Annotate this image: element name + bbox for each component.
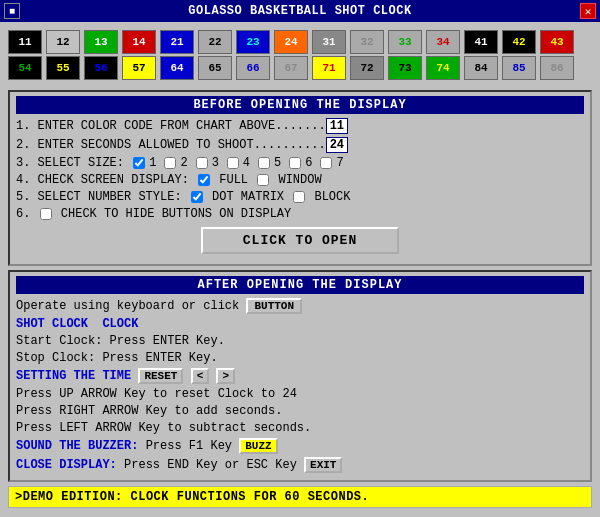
before-section-header: BEFORE OPENING THE DISPLAY [16, 96, 584, 114]
color-cell[interactable]: 56 [84, 56, 118, 80]
color-cell[interactable]: 33 [388, 30, 422, 54]
sound-buzzer-row: SOUND THE BUZZER: Press F1 Key BUZZ [16, 438, 584, 454]
color-cell[interactable]: 22 [198, 30, 232, 54]
window-checkbox[interactable] [257, 174, 269, 186]
line1: 1. ENTER COLOR CODE FROM CHART ABOVE....… [16, 118, 584, 134]
demo-bar: >DEMO EDITION: CLOCK FUNCTIONS FOR 60 SE… [8, 486, 592, 508]
size-checkbox-4[interactable] [227, 157, 239, 169]
color-cell[interactable]: 71 [312, 56, 346, 80]
color-cell[interactable]: 64 [160, 56, 194, 80]
color-cell[interactable]: 57 [122, 56, 156, 80]
color-cell[interactable]: 43 [540, 30, 574, 54]
after-line4: Press UP ARROW Key to reset Clock to 24 [16, 387, 584, 401]
right-arrow-button[interactable]: > [216, 368, 235, 384]
left-arrow-button[interactable]: < [191, 368, 210, 384]
color-cell[interactable]: 42 [502, 30, 536, 54]
after-section-header: AFTER OPENING THE DISPLAY [16, 276, 584, 294]
shot-clock-link[interactable]: SHOT CLOCK [16, 317, 88, 331]
color-cell[interactable]: 86 [540, 56, 574, 80]
clock-link[interactable]: CLOCK [102, 317, 138, 331]
size-checkbox-6[interactable] [289, 157, 301, 169]
color-cell[interactable]: 32 [350, 30, 384, 54]
after-line5: Press RIGHT ARROW Key to add seconds. [16, 404, 584, 418]
title-bar-icon: ■ [4, 3, 20, 19]
hide-buttons-checkbox[interactable] [40, 208, 52, 220]
color-cell[interactable]: 21 [160, 30, 194, 54]
color-cell[interactable]: 54 [8, 56, 42, 80]
block-checkbox[interactable] [293, 191, 305, 203]
color-cell[interactable]: 24 [274, 30, 308, 54]
color-cell[interactable]: 66 [236, 56, 270, 80]
shot-clock-clock-row: SHOT CLOCK CLOCK [16, 317, 584, 331]
color-cell[interactable]: 11 [8, 30, 42, 54]
color-cell[interactable]: 31 [312, 30, 346, 54]
color-cell[interactable]: 12 [46, 30, 80, 54]
after-line3: Stop Clock: Press ENTER Key. [16, 351, 584, 365]
line5: 5. SELECT NUMBER STYLE: DOT MATRIX BLOCK [16, 190, 584, 204]
color-cell[interactable]: 73 [388, 56, 422, 80]
line2: 2. ENTER SECONDS ALLOWED TO SHOOT.......… [16, 137, 584, 153]
color-cell[interactable]: 84 [464, 56, 498, 80]
color-cell[interactable]: 14 [122, 30, 156, 54]
after-panel: AFTER OPENING THE DISPLAY Operate using … [8, 270, 592, 482]
color-cell[interactable]: 13 [84, 30, 118, 54]
color-chart: 111213142122232431323334414243 545556576… [8, 28, 592, 82]
title-bar-title: GOLASSO BASKETBALL SHOT CLOCK [20, 4, 580, 18]
size-checkbox-1[interactable] [133, 157, 145, 169]
close-display-row: CLOSE DISPLAY: Press END Key or ESC Key … [16, 457, 584, 473]
line6: 6. CHECK TO HIDE BUTTONS ON DISPLAY [16, 207, 584, 221]
color-cell[interactable]: 41 [464, 30, 498, 54]
size-checkbox-2[interactable] [164, 157, 176, 169]
color-cell[interactable]: 23 [236, 30, 270, 54]
dot-matrix-checkbox[interactable] [191, 191, 203, 203]
title-bar: ■ GOLASSO BASKETBALL SHOT CLOCK ✕ [0, 0, 600, 22]
before-panel: BEFORE OPENING THE DISPLAY 1. ENTER COLO… [8, 90, 592, 266]
seconds-value[interactable]: 24 [326, 137, 348, 153]
after-line6: Press LEFT ARROW Key to subtract seconds… [16, 421, 584, 435]
color-cell[interactable]: 74 [426, 56, 460, 80]
color-cell[interactable]: 72 [350, 56, 384, 80]
color-cell[interactable]: 34 [426, 30, 460, 54]
color-code-value[interactable]: 11 [326, 118, 348, 134]
after-line1: Operate using keyboard or click BUTTON [16, 298, 584, 314]
reset-button[interactable]: RESET [138, 368, 183, 384]
button-label[interactable]: BUTTON [246, 298, 302, 314]
color-cell[interactable]: 65 [198, 56, 232, 80]
setting-the-time-label: SETTING THE TIME [16, 369, 131, 383]
setting-time-row: SETTING THE TIME RESET < > [16, 368, 584, 384]
size-checkbox-7[interactable] [320, 157, 332, 169]
close-display-label: CLOSE DISPLAY: [16, 458, 117, 472]
sound-label: SOUND THE BUZZER: [16, 439, 138, 453]
line4: 4. CHECK SCREEN DISPLAY: FULL WINDOW [16, 173, 584, 187]
color-cell[interactable]: 55 [46, 56, 80, 80]
color-cell[interactable]: 85 [502, 56, 536, 80]
click-to-open-button[interactable]: CLICK TO OPEN [201, 227, 399, 254]
buzz-button[interactable]: BUZZ [239, 438, 277, 454]
after-line2: Start Clock: Press ENTER Key. [16, 334, 584, 348]
size-checkbox-5[interactable] [258, 157, 270, 169]
close-button[interactable]: ✕ [580, 3, 596, 19]
full-screen-checkbox[interactable] [198, 174, 210, 186]
line3: 3. SELECT SIZE: 1234567 [16, 156, 584, 170]
exit-button[interactable]: EXIT [304, 457, 342, 473]
size-checkbox-3[interactable] [196, 157, 208, 169]
color-cell[interactable]: 67 [274, 56, 308, 80]
